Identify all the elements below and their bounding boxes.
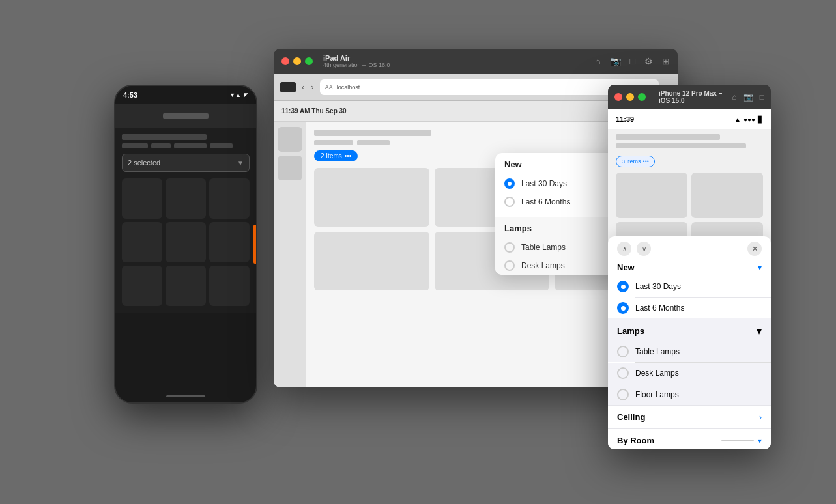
iphone-byroom-line	[721, 440, 754, 441]
forward-icon[interactable]: ›	[309, 82, 315, 92]
iphone-floor-lamps-label: Floor Lamps	[635, 390, 679, 399]
ipad-grid-item-1[interactable]	[314, 168, 429, 227]
iphone-ceiling-label: Ceiling	[617, 412, 645, 422]
android-grid-item-3[interactable]	[209, 178, 250, 219]
iphone-filter-chip-label: 3 Items	[622, 158, 641, 165]
iphone-table-lamps-label: Table Lamps	[635, 347, 680, 356]
android-grid-item-8[interactable]	[166, 266, 206, 306]
iphone-popup-ceiling-row[interactable]: Ceiling ›	[608, 405, 771, 428]
iphone-popup-new-title: New	[617, 262, 635, 272]
ipad-title-info: iPad Air 4th generation – iOS 16.0	[323, 54, 590, 68]
iphone-radio-desk-lamps[interactable]	[617, 367, 629, 379]
ipad-settings-icon[interactable]: ⚙	[644, 56, 653, 66]
ipad-share-icon[interactable]: □	[630, 56, 635, 66]
iphone-signal-icon: ●●●	[743, 116, 755, 123]
iphone-wifi-icon: ▲	[734, 116, 741, 123]
iphone-filter-popup: ∧ ∨ ✕ New ▾ Last 30 Days Last 6 Months L…	[608, 236, 771, 449]
ipad-aa-label: AA	[325, 84, 333, 91]
iphone-frame: 11:39 ▲ ●●● ▊ 3 Items •••	[608, 109, 771, 449]
android-header-blocks	[122, 134, 250, 148]
iphone-camera-icon[interactable]: 📷	[743, 92, 753, 102]
ipad-sidebar-item-1[interactable]	[278, 127, 302, 152]
iphone-ceiling-chevron: ›	[759, 413, 762, 422]
ipad-radio-desk-lamps[interactable]	[504, 260, 515, 271]
ipad-filter-chip-label: 2 Items	[321, 152, 342, 160]
iphone-popup-new-header[interactable]: New ▾	[608, 256, 771, 276]
android-grid-item-5[interactable]	[166, 222, 206, 262]
iphone-close-button[interactable]	[614, 93, 622, 101]
iphone-popup-floor-lamps[interactable]: Floor Lamps	[608, 384, 771, 405]
android-grid-item-4[interactable]	[122, 222, 162, 262]
android-selector[interactable]: 2 selected ▼	[122, 154, 250, 172]
iphone-device-name: iPhone 12 Pro Max – iOS 15.0	[659, 90, 728, 104]
android-grid-item-9[interactable]	[209, 266, 250, 306]
ipad-grid-item-4[interactable]	[314, 232, 429, 290]
ipad-url-text: localhost	[337, 84, 654, 91]
iphone-grid-item-2[interactable]	[691, 173, 763, 218]
iphone-radio-floor-lamps[interactable]	[617, 389, 629, 400]
iphone-filter-chip[interactable]: 3 Items •••	[616, 156, 655, 167]
ipad-radio-table-lamps[interactable]	[504, 242, 515, 253]
iphone-popup-last30[interactable]: Last 30 Days	[608, 276, 771, 297]
iphone-popup-desk-lamps[interactable]: Desk Lamps	[608, 363, 771, 384]
ipad-sidebar-item-2[interactable]	[278, 156, 302, 180]
ipad-camera-icon[interactable]: 📷	[610, 56, 621, 66]
iphone-radio-table-lamps[interactable]	[617, 346, 629, 357]
android-grid-item-7[interactable]	[122, 266, 162, 306]
iphone-header-line1	[616, 134, 720, 140]
back-icon[interactable]: ‹	[300, 82, 306, 92]
ipad-dropdown-last6months[interactable]: Last 6 Months	[495, 193, 626, 211]
iphone-popup-close[interactable]: ✕	[747, 242, 762, 256]
ipad-dropdown-lamps-header[interactable]: Lamps ▾	[495, 217, 626, 238]
ipad-close-button[interactable]	[281, 57, 289, 65]
ipad-dropdown-lamps-title: Lamps	[504, 223, 532, 233]
iphone-popup-table-lamps[interactable]: Table Lamps	[608, 341, 771, 362]
iphone-popup-byroom-row[interactable]: By Room ▾	[608, 428, 771, 449]
ipad-grid-icon[interactable]: ⊞	[662, 56, 670, 66]
iphone-grid-item-1[interactable]	[616, 173, 687, 218]
iphone-popup-nav-up[interactable]: ∧	[617, 242, 631, 256]
iphone-title-bar: iPhone 12 Pro Max – iOS 15.0 ⌂ 📷 □	[608, 85, 771, 109]
iphone-popup-nav-bar: ∧ ∨ ✕	[608, 236, 771, 256]
ipad-dropdown-popup: New ▾ Last 30 Days Last 6 Months Lamps ▾…	[495, 153, 626, 275]
iphone-radio-last30[interactable]	[617, 281, 629, 292]
ipad-sidebar	[274, 122, 306, 387]
ipad-dropdown-table-lamps[interactable]: Table Lamps	[495, 238, 626, 257]
ipad-radio-last30[interactable]	[504, 178, 515, 189]
iphone-popup-last6months[interactable]: Last 6 Months	[608, 298, 771, 318]
iphone-last6months-label: Last 6 Months	[635, 303, 684, 313]
iphone-app-header	[608, 129, 771, 156]
android-grid-item-6[interactable]	[209, 222, 250, 262]
ipad-filter-chip[interactable]: 2 Items •••	[314, 150, 358, 161]
android-header-word3	[174, 143, 207, 148]
ipad-radio-last6months[interactable]	[504, 197, 515, 207]
iphone-maximize-button[interactable]	[638, 93, 646, 101]
iphone-minimize-button[interactable]	[626, 93, 634, 101]
iphone-popup-nav-down[interactable]: ∨	[637, 242, 651, 256]
iphone-radio-last6months[interactable]	[617, 302, 629, 314]
iphone-last30-label: Last 30 Days	[635, 282, 681, 291]
ipad-dropdown-divider	[495, 214, 626, 214]
iphone-home-icon[interactable]: ⌂	[732, 92, 737, 102]
iphone-status-bar: 11:39 ▲ ●●● ▊	[608, 109, 771, 129]
ipad-dropdown-desk-lamps[interactable]: Desk Lamps	[495, 257, 626, 275]
ipad-dropdown-new-header[interactable]: New ▾	[495, 153, 626, 175]
iphone-popup-lamps-title: Lamps	[617, 326, 644, 336]
iphone-window: iPhone 12 Pro Max – iOS 15.0 ⌂ 📷 □ 11:39…	[608, 85, 771, 449]
ipad-sim-time: 11:39 AM Thu Sep 30	[281, 107, 347, 115]
iphone-battery-icon: ▊	[758, 116, 763, 123]
iphone-popup-new-chevron: ▾	[758, 263, 762, 272]
android-signal-icon: ▼▲	[229, 92, 241, 98]
ipad-dropdown-last30[interactable]: Last 30 Days	[495, 175, 626, 193]
android-grid-item-1[interactable]	[122, 178, 162, 219]
android-header-word2	[151, 143, 171, 148]
android-phone: 4:53 ▼▲ ◤ 2 selected ▼	[114, 85, 257, 404]
iphone-share-icon[interactable]: □	[760, 92, 764, 102]
ipad-minimize-button[interactable]	[293, 57, 301, 65]
ipad-home-icon[interactable]: ⌂	[595, 56, 600, 66]
ipad-title-icons: ⌂ 📷 □ ⚙ ⊞	[595, 56, 670, 66]
iphone-popup-lamps-header[interactable]: Lamps ▾	[608, 318, 771, 341]
iphone-title-icons: ⌂ 📷 □	[732, 92, 765, 102]
android-grid-item-2[interactable]	[166, 178, 206, 219]
ipad-maximize-button[interactable]	[305, 57, 313, 65]
